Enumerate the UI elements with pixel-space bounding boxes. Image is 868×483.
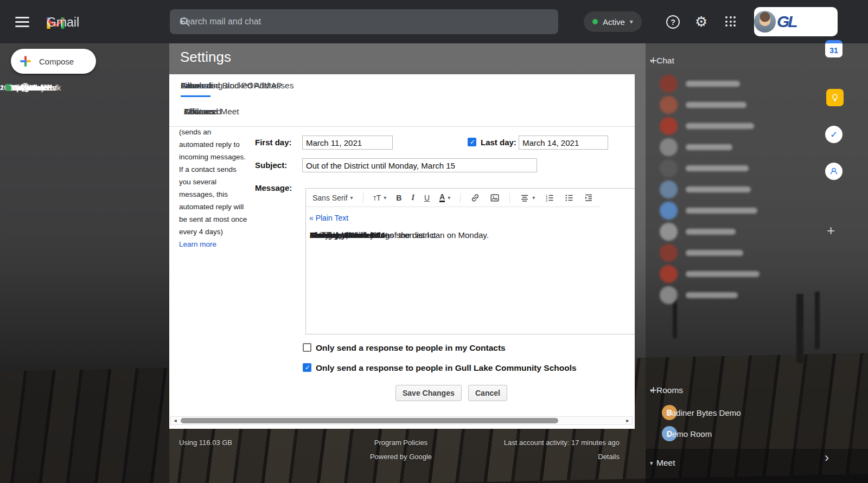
chat-contact-row[interactable] bbox=[658, 181, 809, 199]
settings-gear-icon[interactable]: ⚙ bbox=[695, 14, 707, 30]
blurred-contact-name bbox=[686, 208, 757, 214]
tasks-app-icon[interactable]: ✓ bbox=[825, 126, 843, 143]
scroll-right-arrow-icon[interactable]: ► bbox=[623, 418, 632, 423]
status-selector[interactable]: Active ▾ bbox=[584, 11, 642, 32]
scrollbar-thumb[interactable] bbox=[181, 418, 558, 423]
chat-contact-list bbox=[0, 75, 868, 313]
search-bar[interactable]: ▾ bbox=[170, 9, 558, 34]
contact-avatar bbox=[660, 117, 678, 135]
rooms-section-header: ▾ Rooms + bbox=[650, 383, 796, 398]
contacts-only-label: Only send a response to people in my Con… bbox=[316, 343, 506, 353]
contact-avatar bbox=[660, 286, 678, 304]
main-menu-icon[interactable] bbox=[15, 17, 29, 27]
help-icon[interactable]: ? bbox=[666, 15, 680, 29]
google-plus-icon bbox=[20, 55, 31, 67]
apps-grid-icon[interactable] bbox=[725, 16, 736, 27]
chat-header-title: Chat bbox=[656, 56, 674, 66]
blurred-contact-name bbox=[686, 229, 736, 235]
org-logo: GL bbox=[777, 12, 796, 31]
storage-usage: Using 116.03 GB bbox=[179, 439, 232, 447]
domain-only-label: Only send a response to people in Gull L… bbox=[316, 363, 577, 373]
new-chat-plus-icon[interactable]: + bbox=[650, 54, 657, 68]
blurred-contact-name bbox=[686, 292, 738, 298]
caret-down-icon: ▾ bbox=[630, 18, 633, 25]
chat-contact-row[interactable] bbox=[658, 138, 809, 157]
program-policies-link[interactable]: Program Policies bbox=[347, 439, 455, 447]
chevron-down-icon[interactable]: ▾ bbox=[650, 460, 653, 467]
chat-section-header: ▾ Chat + bbox=[650, 53, 796, 68]
contact-avatar bbox=[660, 244, 678, 262]
user-avatar[interactable] bbox=[754, 11, 776, 33]
contacts-app-icon[interactable] bbox=[825, 163, 843, 180]
room-name: Badiner Bytes Demo bbox=[666, 408, 741, 417]
chat-contact-row[interactable] bbox=[658, 202, 809, 220]
room-item[interactable]: B Badiner Bytes Demo bbox=[658, 403, 809, 422]
chat-contact-row[interactable] bbox=[658, 244, 809, 262]
chat-contact-row[interactable] bbox=[658, 75, 809, 93]
new-room-plus-icon[interactable]: + bbox=[650, 383, 657, 397]
blurred-contact-name bbox=[686, 271, 760, 277]
blurred-contact-name bbox=[686, 144, 732, 150]
contact-avatar bbox=[660, 223, 678, 241]
scroll-left-arrow-icon[interactable]: ◄ bbox=[171, 418, 180, 423]
cancel-button[interactable]: Cancel bbox=[468, 385, 507, 401]
calendar-app-icon[interactable]: 31 bbox=[825, 40, 843, 57]
search-options-caret-icon[interactable]: ▾ bbox=[180, 18, 183, 26]
top-bar: Gmail ▾ Active ▾ ? ⚙ GL bbox=[0, 0, 868, 43]
contact-avatar bbox=[660, 75, 678, 93]
blurred-contact-name bbox=[686, 81, 740, 87]
contact-avatar bbox=[660, 181, 678, 198]
collapse-panel-chevron-icon[interactable]: › bbox=[825, 450, 829, 465]
horizontal-scrollbar[interactable]: ◄ ► bbox=[170, 416, 633, 425]
contact-avatar bbox=[660, 202, 678, 220]
screen: Gmail ▾ Active ▾ ? ⚙ GL bbox=[0, 0, 868, 483]
blurred-contact-name bbox=[686, 186, 751, 192]
details-link[interactable]: Details bbox=[544, 453, 620, 461]
workspace-logo-box: GL bbox=[754, 7, 838, 36]
chat-contact-row[interactable] bbox=[658, 286, 809, 305]
chat-contact-row[interactable] bbox=[658, 223, 809, 241]
compose-button[interactable]: Compose bbox=[11, 49, 96, 74]
meet-section-header: ▾ Meet bbox=[650, 455, 796, 471]
contact-avatar bbox=[660, 96, 678, 114]
blurred-contact-name bbox=[686, 102, 746, 108]
contact-avatar bbox=[660, 138, 678, 156]
compose-label: Compose bbox=[39, 57, 74, 66]
contact-avatar bbox=[660, 159, 678, 177]
chat-contact-row[interactable] bbox=[658, 96, 809, 114]
chat-contact-row[interactable] bbox=[658, 265, 809, 284]
active-status-dot-icon bbox=[592, 19, 598, 24]
get-add-ons-plus-icon[interactable]: + bbox=[827, 222, 835, 239]
meet-header-title: Meet bbox=[656, 458, 675, 468]
blurred-contact-name bbox=[686, 250, 743, 256]
room-name: Demo Room bbox=[666, 429, 712, 439]
save-changes-button[interactable]: Save Changes bbox=[395, 385, 462, 401]
status-label: Active bbox=[603, 17, 625, 27]
contacts-only-checkbox[interactable] bbox=[303, 343, 311, 352]
chat-contact-row[interactable] bbox=[658, 159, 809, 178]
page-title: Settings bbox=[180, 49, 231, 66]
contact-avatar bbox=[660, 265, 678, 283]
gmail-logo: Gmail bbox=[47, 14, 65, 30]
blurred-contact-name bbox=[686, 123, 754, 129]
search-input[interactable] bbox=[180, 17, 292, 27]
domain-only-checkbox[interactable] bbox=[303, 363, 311, 372]
blurred-contact-name bbox=[686, 165, 749, 171]
keep-app-icon[interactable] bbox=[826, 89, 844, 106]
rooms-header-title: Rooms bbox=[656, 385, 683, 395]
powered-by-text: Powered by Google bbox=[347, 453, 455, 461]
chat-contact-row[interactable] bbox=[658, 117, 809, 136]
room-item[interactable]: D Demo Room bbox=[658, 424, 809, 443]
last-account-activity: Last account activity: 17 minutes ago bbox=[461, 439, 620, 447]
gmail-wordmark: Gmail bbox=[47, 15, 79, 30]
